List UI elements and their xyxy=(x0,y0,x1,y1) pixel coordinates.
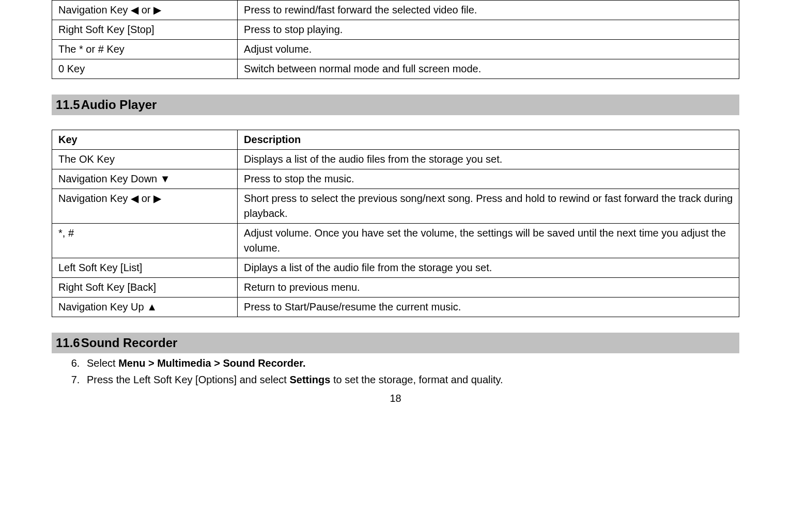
step-bold: Menu > Multimedia > Sound Recorder. xyxy=(118,357,305,369)
section-number: 11.6 xyxy=(56,336,80,350)
header-key: Key xyxy=(52,130,238,150)
table-row: Right Soft Key [Stop] Press to stop play… xyxy=(52,20,739,40)
table-row: Right Soft Key [Back] Return to previous… xyxy=(52,278,739,298)
section-number: 11.5 xyxy=(56,98,80,112)
key-cell: Left Soft Key [List] xyxy=(52,258,238,278)
section-heading-audio-player: 11.5Audio Player xyxy=(52,95,739,115)
video-player-keys-table: Navigation Key ◀ or ▶ Press to rewind/fa… xyxy=(52,0,739,79)
desc-cell: Adjust volume. xyxy=(238,40,739,59)
key-cell: Right Soft Key [Stop] xyxy=(52,20,238,40)
key-cell: 0 Key xyxy=(52,59,238,79)
key-cell: *, # xyxy=(52,224,238,258)
desc-cell: Adjust volume. Once you have set the vol… xyxy=(238,224,739,258)
key-cell: Navigation Key ◀ or ▶ xyxy=(52,1,238,20)
table-header-row: Key Description xyxy=(52,130,739,150)
section-title: Audio Player xyxy=(81,98,157,112)
step-text: Select xyxy=(87,357,118,369)
key-cell: The OK Key xyxy=(52,150,238,169)
desc-cell: Press to stop the music. xyxy=(238,169,739,189)
step-text: Press the Left Soft Key [Options] and se… xyxy=(87,374,289,385)
key-cell: Right Soft Key [Back] xyxy=(52,278,238,298)
step-bold: Settings xyxy=(289,374,330,385)
desc-cell: Short press to select the previous song/… xyxy=(238,189,739,224)
table-row: The * or # Key Adjust volume. xyxy=(52,40,739,59)
key-cell: Navigation Key ◀ or ▶ xyxy=(52,189,238,224)
desc-cell: Press to Start/Pause/resume the current … xyxy=(238,298,739,317)
table-row: Navigation Key ◀ or ▶ Short press to sel… xyxy=(52,189,739,224)
step-item: Select Menu > Multimedia > Sound Recorde… xyxy=(83,355,739,371)
table-row: The OK Key Displays a list of the audio … xyxy=(52,150,739,169)
key-cell: Navigation Key Down ▼ xyxy=(52,169,238,189)
step-text: to set the storage, format and quality. xyxy=(330,374,503,385)
desc-cell: Return to previous menu. xyxy=(238,278,739,298)
key-cell: The * or # Key xyxy=(52,40,238,59)
sound-recorder-steps: Select Menu > Multimedia > Sound Recorde… xyxy=(52,355,739,387)
desc-cell: Switch between normal mode and full scre… xyxy=(238,59,739,79)
table-row: Navigation Key Down ▼ Press to stop the … xyxy=(52,169,739,189)
table-row: Navigation Key ◀ or ▶ Press to rewind/fa… xyxy=(52,1,739,20)
desc-cell: Press to rewind/fast forward the selecte… xyxy=(238,1,739,20)
desc-cell: Press to stop playing. xyxy=(238,20,739,40)
table-row: Left Soft Key [List] Diplays a list of t… xyxy=(52,258,739,278)
table-row: *, # Adjust volume. Once you have set th… xyxy=(52,224,739,258)
key-cell: Navigation Key Up ▲ xyxy=(52,298,238,317)
page-number: 18 xyxy=(52,393,739,404)
header-desc: Description xyxy=(238,130,739,150)
table-row: Navigation Key Up ▲ Press to Start/Pause… xyxy=(52,298,739,317)
desc-cell: Diplays a list of the audio file from th… xyxy=(238,258,739,278)
step-item: Press the Left Soft Key [Options] and se… xyxy=(83,372,739,387)
desc-cell: Displays a list of the audio files from … xyxy=(238,150,739,169)
audio-player-keys-table: Key Description The OK Key Displays a li… xyxy=(52,130,739,317)
table-row: 0 Key Switch between normal mode and ful… xyxy=(52,59,739,79)
section-title: Sound Recorder xyxy=(81,336,178,350)
section-heading-sound-recorder: 11.6Sound Recorder xyxy=(52,333,739,353)
